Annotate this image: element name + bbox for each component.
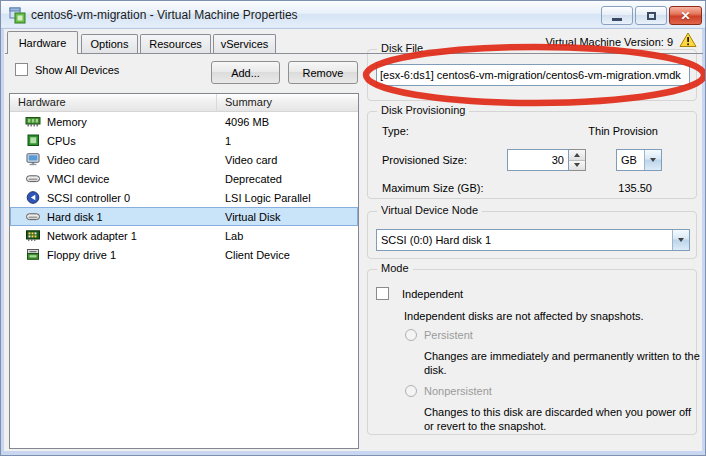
disk-file-group: Disk File [esx-6:ds1] centos6-vm-migrati…	[367, 49, 697, 101]
hard-disk-icon	[21, 210, 45, 223]
device-summary: 4096 MB	[217, 116, 357, 128]
tab-vservices[interactable]: vServices	[213, 34, 276, 53]
title-bar[interactable]: centos6-vm-migration - Virtual Machine P…	[1, 1, 705, 29]
maximum-size-value: 135.50	[618, 182, 652, 194]
provisioned-size-input[interactable]	[507, 149, 569, 171]
size-unit-value: GB	[617, 154, 644, 166]
provisioned-size-label: Provisioned Size:	[382, 154, 467, 166]
table-row-network-adapter[interactable]: Network adapter 1 Lab	[10, 226, 358, 245]
persistent-radio[interactable]	[405, 329, 417, 341]
device-name: CPUs	[45, 135, 217, 147]
nonpersistent-label: Nonpersistent	[424, 385, 492, 397]
device-name: Video card	[45, 154, 217, 166]
persistent-label: Persistent	[424, 329, 473, 341]
independent-label: Independent	[402, 288, 463, 300]
close-icon: ✕	[680, 9, 690, 23]
tab-strip-divider	[5, 53, 703, 54]
maximize-button[interactable]	[635, 6, 667, 25]
device-summary: Deprecated	[217, 173, 357, 185]
nonpersistent-description: Changes to this disk are discarded when …	[424, 405, 700, 433]
table-row-hard-disk-selected[interactable]: Hard disk 1 Virtual Disk	[10, 207, 358, 226]
vm-version-label: Virtual Machine Version: 9	[545, 36, 673, 48]
device-summary: Virtual Disk	[217, 211, 357, 223]
virtual-device-node-group: Virtual Device Node SCSI (0:0) Hard disk…	[367, 211, 697, 259]
device-summary: Client Device	[217, 249, 357, 261]
spin-up-button[interactable]	[569, 150, 585, 160]
table-row-scsi-controller[interactable]: SCSI controller 0 LSI Logic Parallel	[10, 188, 358, 207]
hardware-table: Hardware Summary Memory 4096 MB CPUs 1 V…	[9, 93, 359, 449]
remove-button[interactable]: Remove	[288, 61, 358, 84]
network-adapter-icon	[21, 229, 45, 242]
independent-checkbox[interactable]	[376, 287, 389, 300]
device-summary: 1	[217, 135, 357, 147]
floppy-drive-icon	[21, 248, 45, 261]
virtual-device-node-select[interactable]: SCSI (0:0) Hard disk 1	[376, 229, 690, 251]
spin-down-button[interactable]	[569, 160, 585, 171]
show-all-devices-label: Show All Devices	[35, 64, 119, 76]
tab-options[interactable]: Options	[81, 34, 138, 53]
vmci-device-icon	[21, 172, 45, 185]
tab-label: vServices	[221, 38, 269, 50]
maximize-icon	[647, 12, 656, 20]
spin-down-icon	[574, 163, 580, 167]
maximum-size-label: Maximum Size (GB):	[382, 182, 483, 194]
disk-provisioning-group-label: Disk Provisioning	[377, 104, 469, 116]
device-summary: LSI Logic Parallel	[217, 192, 357, 204]
dropdown-button[interactable]	[672, 230, 689, 250]
device-name: SCSI controller 0	[45, 192, 217, 204]
add-button-label: Add...	[231, 67, 260, 79]
type-label: Type:	[382, 125, 409, 137]
table-row-video-card[interactable]: Video card Video card	[10, 150, 358, 169]
device-summary: Video card	[217, 154, 357, 166]
disk-provisioning-group: Disk Provisioning Type: Thin Provision P…	[367, 111, 697, 199]
spin-up-icon	[574, 153, 580, 157]
minimize-icon	[612, 18, 622, 21]
virtual-device-node-group-label: Virtual Device Node	[377, 204, 482, 216]
column-header-hardware[interactable]: Hardware	[10, 94, 217, 111]
cpu-icon	[21, 134, 45, 147]
device-name: Floppy drive 1	[45, 249, 217, 261]
memory-icon	[21, 115, 45, 128]
table-row-memory[interactable]: Memory 4096 MB	[10, 112, 358, 131]
vm-properties-window: centos6-vm-migration - Virtual Machine P…	[0, 0, 706, 456]
provisioned-size-stepper	[569, 149, 586, 171]
window-title: centos6-vm-migration - Virtual Machine P…	[31, 8, 298, 22]
virtual-device-node-value: SCSI (0:0) Hard disk 1	[377, 234, 672, 246]
close-button[interactable]: ✕	[669, 6, 702, 25]
device-summary: Lab	[217, 230, 357, 242]
mode-group-label: Mode	[377, 262, 413, 274]
remove-button-label: Remove	[303, 67, 344, 79]
tab-resources[interactable]: Resources	[140, 34, 211, 53]
show-all-devices-checkbox[interactable]	[15, 63, 28, 76]
device-name: VMCI device	[45, 173, 217, 185]
chevron-down-icon	[678, 238, 684, 242]
tab-hardware[interactable]: Hardware	[7, 31, 78, 54]
device-name: Network adapter 1	[45, 230, 217, 242]
video-card-icon	[21, 153, 45, 166]
disk-file-field[interactable]: [esx-6:ds1] centos6-vm-migration/centos6…	[376, 64, 690, 86]
dropdown-button[interactable]	[644, 150, 661, 170]
table-row-vmci-device[interactable]: VMCI device Deprecated	[10, 169, 358, 188]
type-value: Thin Provision	[588, 125, 658, 137]
chevron-down-icon	[650, 158, 656, 162]
table-row-floppy-drive[interactable]: Floppy drive 1 Client Device	[10, 245, 358, 264]
minimize-button[interactable]	[601, 6, 633, 25]
independent-description: Independent disks are not affected by sn…	[404, 309, 692, 323]
scsi-controller-icon	[21, 191, 45, 204]
device-name: Memory	[45, 116, 217, 128]
warning-icon	[679, 32, 697, 50]
hardware-table-header[interactable]: Hardware Summary	[10, 94, 358, 112]
tab-label: Resources	[149, 38, 202, 50]
column-header-summary[interactable]: Summary	[217, 94, 358, 111]
tab-label: Options	[91, 38, 129, 50]
device-name: Hard disk 1	[45, 211, 217, 223]
add-button[interactable]: Add...	[211, 61, 280, 84]
mode-group: Mode Independent Independent disks are n…	[367, 269, 697, 435]
persistent-description: Changes are immediately and permanently …	[424, 349, 700, 377]
nonpersistent-radio[interactable]	[405, 385, 417, 397]
table-row-cpus[interactable]: CPUs 1	[10, 131, 358, 150]
vm-icon	[9, 7, 26, 26]
size-unit-select[interactable]: GB	[616, 149, 662, 171]
tab-label: Hardware	[19, 37, 67, 49]
